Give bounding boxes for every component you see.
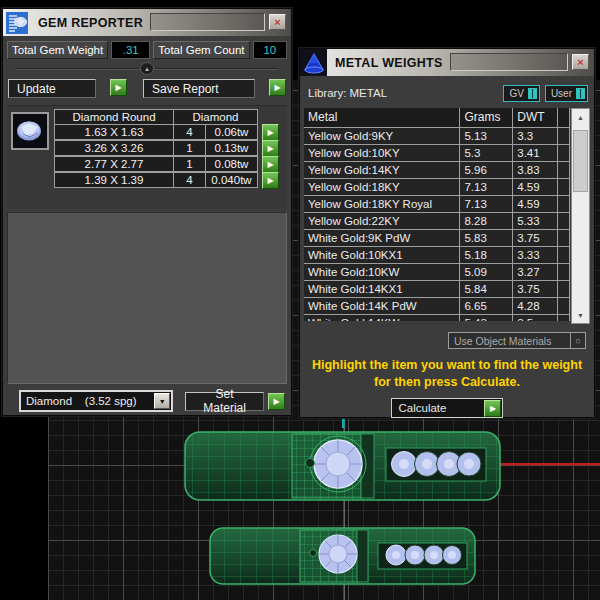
instruction-text: Highlight the item you want to find the … xyxy=(304,357,590,391)
gem-reporter-close-icon[interactable]: × xyxy=(269,14,286,30)
gem-preview-image xyxy=(11,112,49,150)
material-dropdown-value: Diamond (3.52 spg) xyxy=(21,395,154,407)
metal-table-row[interactable]: White Gold:10KX1 5.18 3.33 xyxy=(304,246,570,264)
gem-summary-panel: Diamond Round Diamond 1.63 X 1.63 4 0.06… xyxy=(7,105,287,209)
metal-weights-titlebar[interactable]: METAL WEIGHTS × xyxy=(300,49,594,76)
set-material-play-icon[interactable]: ▶ xyxy=(268,393,285,410)
gem-row-select-play-icon[interactable]: ▶ xyxy=(262,156,279,173)
metal-weights-title: METAL WEIGHTS xyxy=(335,56,443,70)
gem-reporter-dialog: GEM REPORTER × Total Gem Weight .31 Tota… xyxy=(2,8,292,416)
total-gem-count-value: 10 xyxy=(253,41,287,59)
gem-row-select-play-icon[interactable]: ▶ xyxy=(262,140,279,157)
user-indicator-icon xyxy=(576,88,585,99)
gem-reporter-empty-panel xyxy=(7,212,287,384)
material-dropdown[interactable]: Diamond (3.52 spg) ▼ xyxy=(19,390,173,412)
metal-table-row[interactable]: Yellow Gold:22KY 8.28 5.33 xyxy=(304,212,570,230)
metal-table-row[interactable]: Yellow Gold:14KY 5.96 3.83 xyxy=(304,161,570,179)
save-report-button[interactable]: Save Report xyxy=(143,79,255,98)
gem-row-select-play-icon[interactable]: ▶ xyxy=(262,124,279,141)
application-window: GEM REPORTER × Total Gem Weight .31 Tota… xyxy=(0,0,600,600)
set-material-button[interactable]: Set Material xyxy=(185,392,264,411)
gem-reporter-icon xyxy=(3,9,30,36)
metal-table-row-clipped[interactable]: White Gold:14KW 5.43 3.5 xyxy=(304,314,570,321)
gem-reporter-title: GEM REPORTER xyxy=(38,16,143,30)
metal-table-row[interactable]: Yellow Gold:9KY 5.13 3.3 xyxy=(304,127,570,145)
gem-table-row[interactable]: 3.26 X 3.26 1 0.13tw ▶ xyxy=(55,140,279,157)
gem-row-select-play-icon[interactable]: ▶ xyxy=(262,172,279,189)
total-gem-weight-value: .31 xyxy=(111,41,150,59)
metal-table-row[interactable]: Yellow Gold:18KY 7.13 4.59 xyxy=(304,178,570,196)
total-gem-count-label: Total Gem Count xyxy=(153,41,249,59)
dropdown-arrow-icon[interactable]: ▼ xyxy=(154,393,170,409)
dwt-col-header: DWT xyxy=(512,108,558,128)
panel-collapse-divider: ▲ xyxy=(17,62,277,75)
calculate-button[interactable]: Calculate ▶ xyxy=(391,398,504,418)
grams-col-header: Grams xyxy=(459,108,513,128)
user-library-button[interactable]: User xyxy=(545,85,588,102)
metal-table-row[interactable]: Yellow Gold:18KY Royal 7.13 4.59 xyxy=(304,195,570,213)
metal-table-row[interactable]: White Gold:10KW 5.09 3.27 xyxy=(304,263,570,281)
collapse-arrow-icon[interactable]: ▲ xyxy=(140,62,154,75)
gem-table-row[interactable]: 2.77 X 2.77 1 0.08tw ▶ xyxy=(55,156,279,173)
gv-indicator-icon xyxy=(528,88,537,99)
gv-library-button[interactable]: GV xyxy=(503,85,539,102)
metal-table: Metal Grams DWT Yellow Gold:9KY 5.13 3.3… xyxy=(304,108,590,324)
scrollbar-thumb[interactable] xyxy=(573,130,588,192)
metal-col-header: Metal xyxy=(304,108,460,128)
gem-table-row[interactable]: 1.63 X 1.63 4 0.06tw ▶ xyxy=(55,124,279,141)
metal-weights-close-icon[interactable]: × xyxy=(572,54,589,70)
radio-circle-icon: ○ xyxy=(570,333,585,348)
metal-table-row[interactable]: Yellow Gold:10KY 5.3 3.41 xyxy=(304,144,570,162)
use-object-materials-dropdown[interactable]: Use Object Materials ○ xyxy=(448,332,586,349)
metal-weights-icon xyxy=(300,49,327,76)
metal-table-row[interactable]: White Gold:14K PdW 6.65 4.28 xyxy=(304,297,570,315)
update-button[interactable]: Update xyxy=(8,79,96,98)
gem-col-header-shape: Diamond Round xyxy=(54,109,174,125)
metal-table-row[interactable]: White Gold:14KX1 5.84 3.75 xyxy=(304,280,570,298)
scroll-up-icon[interactable]: ▲ xyxy=(572,109,589,125)
calculate-play-icon[interactable]: ▶ xyxy=(484,400,501,417)
total-gem-weight-label: Total Gem Weight xyxy=(7,41,108,59)
gem-table: Diamond Round Diamond 1.63 X 1.63 4 0.06… xyxy=(55,110,279,205)
gem-col-header-material: Diamond xyxy=(173,109,258,125)
update-play-icon[interactable]: ▶ xyxy=(110,79,127,96)
metal-table-scrollbar[interactable]: ▲ ▼ xyxy=(571,108,590,324)
metal-weights-dialog: METAL WEIGHTS × Library: METAL GV User xyxy=(299,48,595,418)
metal-table-row[interactable]: White Gold:9K PdW 5.83 3.75 xyxy=(304,229,570,247)
library-label: Library: METAL xyxy=(308,87,498,99)
save-report-play-icon[interactable]: ▶ xyxy=(269,79,286,96)
scroll-down-icon[interactable]: ▼ xyxy=(572,307,589,323)
gem-table-row[interactable]: 1.39 X 1.39 4 0.040tw ▶ xyxy=(55,172,279,189)
gem-reporter-titlebar[interactable]: GEM REPORTER × xyxy=(3,9,291,36)
